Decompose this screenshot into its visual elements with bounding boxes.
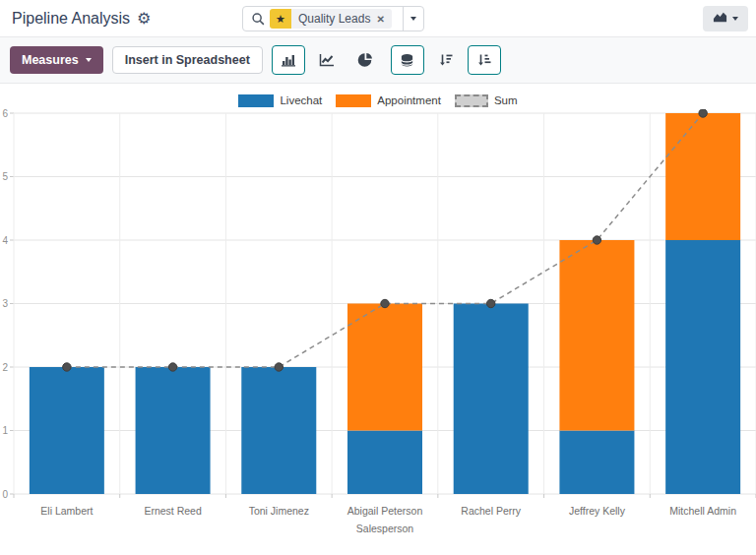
chart-type-group xyxy=(272,45,382,75)
line-chart-button[interactable] xyxy=(310,45,344,75)
star-icon: ★ xyxy=(270,9,291,29)
search-bar[interactable]: ★ Quality Leads ✕ xyxy=(242,6,424,31)
sum-point[interactable] xyxy=(487,299,495,307)
graph-toolbar: Measures Insert in Spreadsheet xyxy=(0,37,756,84)
y-tick-label: 2 xyxy=(2,362,8,373)
x-axis-label: Mitchell Admin xyxy=(669,505,736,517)
x-axis-label: Toni Jimenez xyxy=(249,505,309,517)
sum-point[interactable] xyxy=(699,109,707,117)
x-axis-label: Eli Lambert xyxy=(40,505,93,517)
y-tick-label: 0 xyxy=(2,489,8,500)
x-axis-title: Salesperson xyxy=(356,523,414,534)
chart-legend: LivechatAppointmentSum xyxy=(0,84,756,109)
sort-descending-button[interactable] xyxy=(429,45,463,75)
y-tick-label: 4 xyxy=(2,235,8,246)
x-axis-label: Ernest Reed xyxy=(144,505,202,517)
graph-view: LivechatAppointmentSum 0123456Eli Lamber… xyxy=(0,84,756,555)
facet-remove-icon[interactable]: ✕ xyxy=(376,14,384,25)
pie-chart-icon xyxy=(357,52,373,68)
bar-segment-livechat[interactable] xyxy=(136,367,211,494)
bar-segment-livechat[interactable] xyxy=(30,367,104,494)
measures-label: Measures xyxy=(22,53,79,67)
graph-options-group xyxy=(391,45,501,75)
caret-down-icon xyxy=(86,58,92,62)
bar-segment-livechat[interactable] xyxy=(559,431,634,495)
breadcrumb: Pipeline Analysis ⚙ xyxy=(12,10,151,28)
control-panel-header: Pipeline Analysis ⚙ ★ Quality Leads ✕ xyxy=(0,0,756,37)
pipeline-analysis-app: Pipeline Analysis ⚙ ★ Quality Leads ✕ xyxy=(0,0,756,555)
y-tick-label: 3 xyxy=(2,298,8,309)
stacked-toggle-button[interactable] xyxy=(391,45,424,75)
legend-swatch xyxy=(238,94,274,107)
database-icon xyxy=(400,53,414,68)
page-title: Pipeline Analysis xyxy=(12,10,130,28)
filter-facet[interactable]: ★ Quality Leads ✕ xyxy=(270,9,392,29)
chart-canvas[interactable]: 0123456Eli LambertErnest ReedToni Jimene… xyxy=(0,109,756,555)
bar-segment-appointment[interactable] xyxy=(347,304,422,431)
legend-label: Livechat xyxy=(280,94,322,106)
y-tick-label: 1 xyxy=(2,425,8,436)
measures-button[interactable]: Measures xyxy=(10,46,103,74)
bar-chart-button[interactable] xyxy=(272,45,305,75)
x-axis-label: Jeffrey Kelly xyxy=(569,505,626,517)
legend-item-livechat[interactable]: Livechat xyxy=(238,94,322,107)
legend-swatch xyxy=(336,94,371,107)
legend-item-sum[interactable]: Sum xyxy=(455,94,518,107)
pie-chart-button[interactable] xyxy=(348,45,382,75)
caret-down-icon xyxy=(410,17,416,21)
bar-segment-appointment[interactable] xyxy=(665,113,740,240)
x-axis-label: Rachel Perry xyxy=(461,505,521,517)
legend-swatch xyxy=(455,94,488,107)
y-tick-label: 5 xyxy=(2,171,8,182)
facet-label: Quality Leads xyxy=(298,12,370,26)
sum-point[interactable] xyxy=(168,363,176,371)
insert-in-spreadsheet-button[interactable]: Insert in Spreadsheet xyxy=(112,46,263,74)
bar-segment-livechat[interactable] xyxy=(665,240,740,494)
sum-point[interactable] xyxy=(381,299,389,307)
bar-segment-livechat[interactable] xyxy=(241,367,316,494)
line-chart-icon xyxy=(319,52,335,68)
sum-point[interactable] xyxy=(275,363,283,371)
x-axis-label: Abigail Peterson xyxy=(347,505,423,517)
legend-item-appointment[interactable]: Appointment xyxy=(336,94,441,107)
search-dropdown-toggle[interactable] xyxy=(403,7,423,31)
search-input[interactable] xyxy=(392,12,403,26)
bar-segment-appointment[interactable] xyxy=(559,240,634,431)
sort-amount-desc-icon xyxy=(438,52,454,68)
bar-chart-icon xyxy=(281,52,296,68)
gear-icon[interactable]: ⚙ xyxy=(137,11,151,27)
legend-label: Sum xyxy=(494,94,518,106)
legend-label: Appointment xyxy=(377,94,441,106)
sort-amount-asc-icon xyxy=(476,52,492,68)
sort-ascending-button[interactable] xyxy=(468,45,501,75)
search-icon xyxy=(243,12,270,26)
area-chart-icon xyxy=(713,10,727,29)
sum-point[interactable] xyxy=(593,236,600,244)
view-switcher-button[interactable] xyxy=(703,6,748,31)
sum-point[interactable] xyxy=(63,363,71,371)
y-tick-label: 6 xyxy=(2,109,8,119)
bar-segment-livechat[interactable] xyxy=(454,304,529,495)
caret-down-icon xyxy=(732,17,738,21)
bar-segment-livechat[interactable] xyxy=(347,431,422,495)
